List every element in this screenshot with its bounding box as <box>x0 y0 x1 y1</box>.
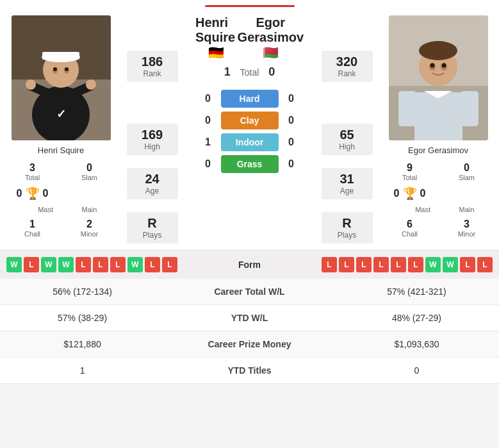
comp-left-1: 57% (38-29) <box>0 305 165 331</box>
right-high-value: 65 <box>328 128 366 142</box>
right-main-label: Main <box>442 206 491 213</box>
surface-btn-clay[interactable]: Clay <box>221 112 279 129</box>
comparison-row-1: 57% (38-29) YTD W/L 48% (27-29) <box>0 305 499 331</box>
left-mast-cell: 0 🏆 0 <box>6 185 58 203</box>
left-mast-label-row: Mast <box>6 204 58 215</box>
surface-right-score-1: 0 <box>285 115 298 126</box>
surface-left-score-3: 0 <box>202 158 215 170</box>
left-high-label: High <box>133 142 172 151</box>
left-main-label-cell2: Main <box>63 204 115 215</box>
right-slam-label: Slam <box>442 174 491 181</box>
surface-btn-hard[interactable]: Hard <box>221 90 279 108</box>
right-high-label: High <box>328 142 366 151</box>
right-player-stats: 9 Total 0 Slam 0 🏆 0 Mast Main <box>384 160 493 240</box>
right-total-value: 9 <box>385 162 434 174</box>
surface-btn-grass[interactable]: Grass <box>221 155 279 173</box>
right-form-badges: LLLLLLWWLL <box>322 257 493 272</box>
svg-point-9 <box>26 79 36 90</box>
right-mast-label-row: Mast <box>384 204 436 215</box>
left-form-badge-8: L <box>145 257 160 272</box>
left-player-photo: ✓ <box>12 15 111 140</box>
right-form-badge-7: W <box>443 257 458 272</box>
svg-point-23 <box>441 63 446 68</box>
right-player-name-header: EgorGerasimov 🇧🇾 <box>238 15 304 60</box>
surface-left-score-1: 0 <box>202 115 215 126</box>
surface-rows: 0 Hard 0 0 Clay 0 1 Indoor 0 0 Grass 0 <box>189 90 310 173</box>
right-age-label: Age <box>328 187 366 195</box>
right-form-badge-9: L <box>477 257 493 272</box>
comparison-row-0: 56% (172-134) Career Total W/L 57% (421-… <box>0 279 499 305</box>
right-form-badge-3: L <box>373 257 389 272</box>
left-form-badge-6: L <box>110 257 126 272</box>
svg-point-14 <box>65 67 69 71</box>
comparison-row-2: $121,880 Career Prize Money $1,093,630 <box>0 331 499 358</box>
comp-right-0: 57% (421-321) <box>334 279 499 305</box>
left-high-value: 169 <box>133 128 172 142</box>
comp-right-3: 0 <box>334 358 499 384</box>
left-slam-value: 0 <box>65 162 114 174</box>
right-plays-box: R Plays <box>322 212 373 244</box>
right-minor-value: 3 <box>442 219 491 230</box>
comp-left-3: 1 <box>0 358 165 384</box>
surface-right-score-2: 0 <box>285 137 298 148</box>
left-form-badge-5: L <box>93 257 108 272</box>
left-rank-value: 186 <box>133 54 172 69</box>
left-flag: 🇩🇪 <box>195 45 238 60</box>
right-age-box: 31 Age <box>322 168 373 199</box>
right-mast-label: Mast <box>385 206 430 213</box>
right-player-photo <box>389 15 488 140</box>
left-player-stats: 3 Total 0 Slam 0 🏆 0 Mast <box>6 160 115 240</box>
surface-left-score-0: 0 <box>202 93 215 104</box>
right-trophy-icon: 🏆 <box>403 187 417 201</box>
total-row: 1 Total 0 <box>224 65 275 79</box>
right-minor-label: Minor <box>442 230 491 238</box>
comp-label-3: YTD Titles <box>165 358 334 384</box>
left-mast-label: Mast <box>8 206 53 213</box>
left-player-name-header: Henri Squire 🇩🇪 <box>195 15 238 60</box>
svg-rect-24 <box>398 91 416 126</box>
comparison-row-3: 1 YTD Titles 0 <box>0 358 499 384</box>
right-chall-cell: 6 Chall <box>384 217 436 240</box>
left-player-name: Henri Squire <box>38 145 84 155</box>
right-slam-cell: 0 Slam <box>441 160 493 183</box>
right-form-badge-8: L <box>460 257 475 272</box>
left-form-badge-2: W <box>41 257 56 272</box>
right-form-badge-4: L <box>391 257 406 272</box>
right-mast-cell: 0 🏆 0 <box>384 185 436 203</box>
right-main-value: 0 <box>420 188 426 199</box>
left-plays-box: R Plays <box>127 212 178 244</box>
right-chall-label: Chall <box>385 230 434 238</box>
left-player-column: ✓ Henri Squire <box>6 15 115 240</box>
svg-rect-25 <box>461 91 479 126</box>
left-rank-label: Rank <box>133 69 172 78</box>
surface-btn-indoor[interactable]: Indoor <box>221 133 279 151</box>
left-age-label: Age <box>133 187 172 195</box>
total-label: Total <box>240 67 259 78</box>
right-mast-value: 0 <box>394 188 400 199</box>
left-form-badges: WLWWLLLWLL <box>6 257 177 272</box>
svg-rect-17 <box>414 92 462 140</box>
comp-right-1: 48% (27-29) <box>334 305 499 331</box>
left-minor-label: Minor <box>65 230 114 238</box>
comp-left-2: $121,880 <box>0 331 165 358</box>
comp-left-0: 56% (172-134) <box>0 279 165 305</box>
surface-right-score-3: 0 <box>285 158 298 170</box>
left-chall-value: 1 <box>8 219 57 230</box>
svg-point-22 <box>430 63 434 68</box>
total-right-score: 0 <box>268 65 275 79</box>
left-slam-cell: 0 Slam <box>63 160 115 183</box>
right-plays-label: Plays <box>328 231 366 240</box>
left-minor-cell: 2 Minor <box>63 217 115 240</box>
right-rank-label: Rank <box>328 69 366 78</box>
svg-point-10 <box>86 79 96 90</box>
top-divider <box>205 5 295 7</box>
left-age-box: 24 Age <box>127 168 178 199</box>
right-form-badge-2: L <box>356 257 372 272</box>
comparison-table: 56% (172-134) Career Total W/L 57% (421-… <box>0 279 499 384</box>
right-rank-box: 320 Rank <box>322 51 373 82</box>
form-section: WLWWLLLWLL Form LLLLLLWWLL <box>0 250 499 279</box>
left-trophy-icon: 🏆 <box>26 187 40 201</box>
right-form-badge-5: L <box>408 257 423 272</box>
right-minor-cell: 3 Minor <box>441 217 493 240</box>
left-mast-value: 0 <box>17 188 22 199</box>
